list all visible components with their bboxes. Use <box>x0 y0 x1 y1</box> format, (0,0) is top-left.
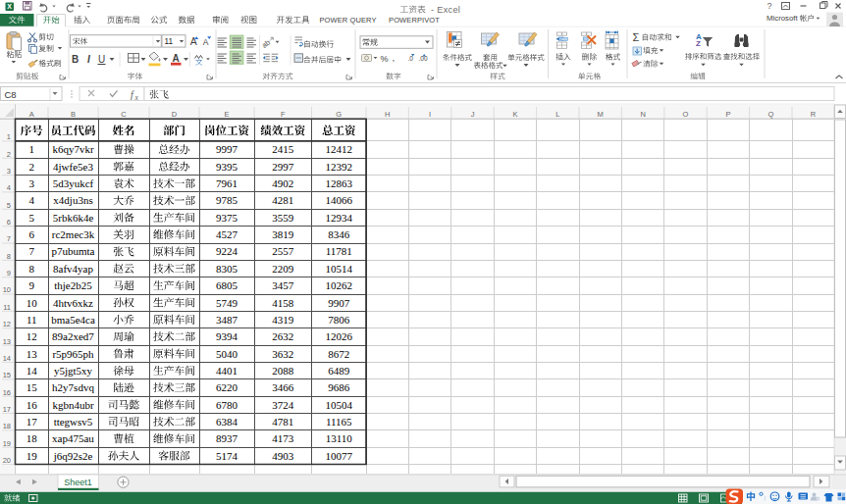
svg-text:9: 9 <box>7 269 11 277</box>
svg-text:16: 16 <box>3 388 11 397</box>
svg-text:8346: 8346 <box>328 228 350 240</box>
svg-text:12412: 12412 <box>326 143 353 155</box>
svg-text:12: 12 <box>26 330 37 342</box>
svg-text:POWERPIVOT: POWERPIVOT <box>389 16 440 25</box>
svg-text:5: 5 <box>7 201 11 210</box>
svg-text:POWER QUERY: POWER QUERY <box>319 16 376 25</box>
svg-text:11: 11 <box>3 303 11 312</box>
svg-text:H: H <box>385 110 390 119</box>
svg-text:O: O <box>683 110 689 119</box>
svg-text:bma5e4ca: bma5e4ca <box>51 314 95 326</box>
svg-text:4173: 4173 <box>272 432 294 444</box>
svg-text:4527: 4527 <box>216 228 238 240</box>
svg-text:h2y7sdvq: h2y7sdvq <box>52 381 94 393</box>
svg-text:A: A <box>172 53 179 64</box>
svg-text:2997: 2997 <box>272 161 294 173</box>
svg-text:14: 14 <box>26 365 38 377</box>
svg-text:9395: 9395 <box>216 161 238 173</box>
svg-text:3457: 3457 <box>272 279 294 291</box>
svg-text:4903: 4903 <box>272 450 294 462</box>
svg-text:9: 9 <box>29 279 35 291</box>
svg-text:3819: 3819 <box>272 228 294 240</box>
svg-text:4: 4 <box>7 183 11 192</box>
svg-text:4158: 4158 <box>272 297 294 309</box>
svg-text:Q: Q <box>767 110 773 119</box>
svg-text:4319: 4319 <box>272 314 294 326</box>
svg-text:3466: 3466 <box>272 381 294 393</box>
svg-text:11165: 11165 <box>326 416 352 428</box>
svg-text:10504: 10504 <box>326 399 353 411</box>
svg-text:7: 7 <box>29 245 35 257</box>
svg-text:,: , <box>393 52 396 63</box>
svg-text:p7ubumta: p7ubumta <box>52 245 95 257</box>
svg-text:C: C <box>121 110 127 119</box>
svg-text:5040: 5040 <box>216 348 238 360</box>
svg-text:10077: 10077 <box>326 450 353 462</box>
svg-text:x4dju3ns: x4dju3ns <box>53 194 92 206</box>
svg-text:4902: 4902 <box>272 177 293 189</box>
svg-text:M: M <box>598 110 604 119</box>
svg-text:2557: 2557 <box>272 245 294 257</box>
svg-text:C8: C8 <box>5 89 17 100</box>
svg-text:4: 4 <box>29 194 35 206</box>
svg-text:R: R <box>811 110 817 119</box>
svg-text:6780: 6780 <box>216 399 238 411</box>
svg-text:4281: 4281 <box>272 194 293 206</box>
svg-text:6: 6 <box>7 218 11 227</box>
svg-text:x: x <box>134 93 139 102</box>
svg-text:5749: 5749 <box>216 297 238 309</box>
svg-text:17: 17 <box>3 405 11 414</box>
svg-text:9224: 9224 <box>216 245 238 257</box>
svg-text:10: 10 <box>26 297 38 309</box>
svg-text:9997: 9997 <box>216 143 238 155</box>
svg-text:9785: 9785 <box>216 194 238 206</box>
svg-text:E: E <box>224 110 229 119</box>
svg-text:j6q92s2e: j6q92s2e <box>53 450 93 462</box>
svg-text:7: 7 <box>7 234 11 243</box>
svg-text:D: D <box>172 110 178 119</box>
svg-text:8937: 8937 <box>216 432 238 444</box>
svg-text:X: X <box>7 3 12 10</box>
svg-text:14066: 14066 <box>326 194 353 206</box>
svg-text:7961: 7961 <box>216 177 238 189</box>
svg-text:16: 16 <box>26 399 38 411</box>
svg-text:thje2b25: thje2b25 <box>54 279 92 291</box>
svg-text:12863: 12863 <box>326 177 353 189</box>
svg-text:18: 18 <box>3 422 11 430</box>
svg-text:2632: 2632 <box>272 330 293 342</box>
svg-text:3559: 3559 <box>272 212 294 224</box>
svg-text:15: 15 <box>26 381 38 393</box>
svg-text:r5p965ph: r5p965ph <box>52 348 94 360</box>
svg-text:K: K <box>512 110 517 119</box>
svg-text:y5jgt5xy: y5jgt5xy <box>54 365 93 377</box>
svg-text:4jwfe5e3: 4jwfe5e3 <box>53 161 93 173</box>
svg-text:3487: 3487 <box>216 314 238 326</box>
svg-text:2209: 2209 <box>272 263 294 275</box>
svg-text:I: I <box>87 54 90 65</box>
svg-text:9375: 9375 <box>216 212 238 224</box>
svg-text:2415: 2415 <box>272 143 294 155</box>
svg-text:8afv4yap: 8afv4yap <box>53 263 93 275</box>
svg-text:1: 1 <box>7 132 11 141</box>
svg-text:P: P <box>725 110 730 119</box>
svg-text:1: 1 <box>29 143 35 155</box>
svg-text:L: L <box>555 110 559 119</box>
svg-text:17: 17 <box>26 416 38 428</box>
svg-text:9394: 9394 <box>216 330 238 342</box>
svg-text:N: N <box>640 110 645 119</box>
svg-text:2: 2 <box>29 161 35 173</box>
svg-text:89a2xed7: 89a2xed7 <box>52 330 94 342</box>
svg-text:6220: 6220 <box>216 381 238 393</box>
svg-text:9686: 9686 <box>328 381 350 393</box>
svg-text:2: 2 <box>7 150 11 159</box>
svg-text:4401: 4401 <box>216 365 238 377</box>
svg-text:4htv6xkz: 4htv6xkz <box>53 297 93 309</box>
svg-text:6: 6 <box>29 228 35 240</box>
svg-text:5d3yukcf: 5d3yukcf <box>53 177 94 189</box>
svg-text:13: 13 <box>3 337 11 346</box>
svg-text:Sheet1: Sheet1 <box>64 478 92 487</box>
svg-text:12934: 12934 <box>326 212 353 224</box>
svg-text:Microsoft: Microsoft <box>767 14 798 23</box>
svg-text:3632: 3632 <box>272 348 293 360</box>
svg-text:B: B <box>71 110 76 119</box>
